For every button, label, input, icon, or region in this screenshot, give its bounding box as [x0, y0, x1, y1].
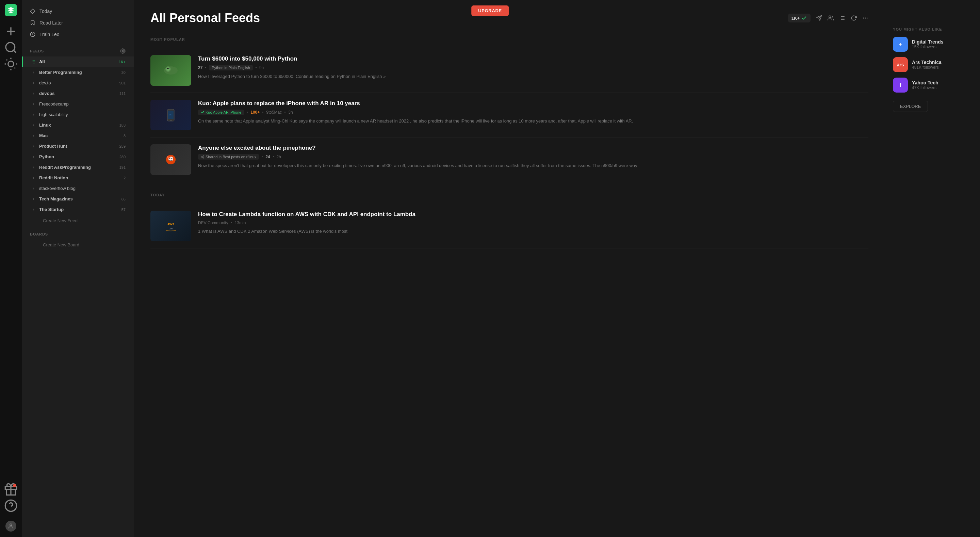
add-icon	[4, 24, 18, 38]
article-card[interactable]: Turn $6000 into $50,000 with Python 27 P…	[150, 48, 869, 93]
sidebar-feed-item[interactable]: Reddit AskProgramming 191	[22, 162, 134, 172]
help-button[interactable]	[4, 499, 18, 513]
suggestion-item[interactable]: + Digital Trends 15K followers	[893, 37, 972, 52]
chevron-right-icon	[31, 207, 36, 212]
settings-icon[interactable]	[120, 48, 126, 54]
trend-tag-text: Kuo Apple AR iPhone	[205, 110, 241, 114]
suggestion-name: Digital Trends	[912, 39, 943, 45]
discovery-button[interactable]	[4, 57, 18, 71]
suggestion-followers: 47K followers	[912, 85, 939, 90]
upgrade-button[interactable]: UPGRADE	[471, 5, 509, 16]
article-body: Anyone else excited about the pinephone?…	[198, 144, 869, 175]
svg-point-53	[201, 156, 202, 158]
search-button[interactable]	[4, 41, 18, 54]
sidebar-feed-item[interactable]: Product Hunt 259	[22, 141, 134, 151]
feed-count: 183	[119, 123, 126, 127]
article-thumbnail: AWS CDK	[150, 210, 191, 241]
article-excerpt: How I leveraged Python to turn $6000 to …	[198, 73, 869, 80]
suggestion-info: Yahoo Tech 47K followers	[912, 80, 939, 90]
sidebar-feed-item[interactable]: Mac 8	[22, 130, 134, 141]
feeds-list: All 1K+ Better Programming 20 dev.to 901…	[22, 56, 134, 215]
avatar-button[interactable]	[4, 519, 18, 533]
list-icon[interactable]	[839, 15, 845, 21]
refresh-icon[interactable]	[851, 15, 857, 21]
more-icon[interactable]	[862, 15, 869, 21]
sidebar-feed-item[interactable]: Linux 183	[22, 120, 134, 130]
suggestion-logo: +	[893, 37, 908, 52]
sidebar-item-today[interactable]: Today	[22, 5, 134, 17]
chevron-right-icon	[31, 165, 36, 170]
explore-button[interactable]: EXPLORE	[893, 101, 928, 112]
suggestion-followers: 481K followers	[912, 65, 942, 70]
chevron-right-icon	[31, 70, 36, 75]
sidebar-nav: Today Read Later Train Leo	[22, 0, 134, 43]
svg-rect-44	[170, 121, 172, 121]
share-icon	[201, 155, 204, 159]
feed-count: 2	[124, 176, 126, 180]
suggestion-name: Yahoo Tech	[912, 80, 939, 85]
chevron-right-icon	[31, 155, 36, 159]
svg-point-18	[122, 50, 124, 52]
sidebar-feed-item[interactable]: high scalability	[22, 109, 134, 120]
feed-name: Freecodecamp	[39, 101, 126, 107]
dot	[247, 112, 248, 113]
count-badge[interactable]: 1K+	[788, 14, 811, 22]
source: 9to5Mac	[266, 110, 282, 115]
svg-point-49	[169, 158, 170, 159]
feed-count: 111	[119, 92, 126, 96]
sidebar-feed-item[interactable]: Freecodecamp	[22, 99, 134, 109]
svg-point-50	[172, 158, 172, 159]
svg-line-7	[6, 59, 7, 60]
right-sidebar: YOU MIGHT ALSO LIKE + Digital Trends 15K…	[885, 0, 980, 537]
add-button[interactable]	[4, 24, 18, 38]
article-excerpt: 1 What is AWS and CDK 2 Amazon Web Servi…	[198, 228, 869, 235]
feed-name: Product Hunt	[39, 143, 117, 149]
sidebar-item-train-leo[interactable]: Train Leo	[22, 29, 134, 40]
suggestion-item[interactable]: f Yahoo Tech 47K followers	[893, 78, 972, 92]
page-title: All Personal Feeds	[150, 11, 260, 25]
diamond-icon	[30, 8, 35, 14]
svg-point-15	[10, 524, 12, 526]
source: DEV Community	[198, 220, 228, 225]
sidebar-feed-item[interactable]: stackoverflow blog	[22, 183, 134, 194]
suggestions-list: + Digital Trends 15K followers ars Ars T…	[893, 37, 972, 92]
sidebar-feed-item[interactable]: devops 111	[22, 88, 134, 99]
sidebar-feed-item[interactable]: The Startup 57	[22, 204, 134, 215]
article-card[interactable]: AR Kuo: Apple plans to replace the iPhon…	[150, 93, 869, 137]
team-icon[interactable]	[827, 15, 834, 21]
chevron-right-icon	[31, 175, 36, 180]
app-logo[interactable]	[5, 4, 17, 16]
help-icon	[4, 499, 18, 513]
create-feed-link[interactable]: Create New Feed	[22, 215, 134, 227]
suggestion-info: Digital Trends 15K followers	[912, 39, 943, 49]
user-avatar	[5, 521, 16, 532]
feed-name: devops	[39, 91, 117, 96]
suggestion-item[interactable]: ars Ars Technica 481K followers	[893, 57, 972, 72]
feed-name: Linux	[39, 123, 117, 127]
most-popular-label: MOST POPULAR	[150, 37, 869, 41]
share-tag: Shared in Best posts on r/linux	[198, 154, 259, 159]
feed-name: Mac	[39, 133, 121, 138]
feed-name: high scalability	[39, 112, 126, 117]
chevron-right-icon	[31, 197, 36, 201]
sidebar-feed-item[interactable]: Python 280	[22, 151, 134, 162]
gift-badge	[13, 484, 16, 487]
dot	[256, 67, 256, 68]
boards-label: BOARDS	[30, 232, 48, 236]
high-count: 100+	[250, 110, 259, 115]
user-icon	[8, 523, 14, 529]
sidebar-item-read-later[interactable]: Read Later	[22, 17, 134, 29]
create-board-link[interactable]: Create New Board	[22, 239, 134, 251]
gift-button[interactable]	[4, 483, 18, 496]
sidebar-feed-item[interactable]: Tech Magazines 86	[22, 194, 134, 204]
article-card[interactable]: AWS CDK How to Create Lambda function on…	[150, 204, 869, 249]
chevron-right-icon	[31, 123, 36, 127]
sidebar-feed-item[interactable]: Reddit Notion 2	[22, 172, 134, 183]
sidebar-feed-item[interactable]: Better Programming 20	[22, 67, 134, 78]
chevron-right-icon	[31, 112, 36, 117]
send-icon[interactable]	[816, 15, 822, 21]
sidebar-feed-item[interactable]: dev.to 901	[22, 78, 134, 88]
article-card[interactable]: Anyone else excited about the pinephone?…	[150, 137, 869, 182]
svg-point-36	[863, 18, 864, 18]
sidebar-feed-item[interactable]: All 1K+	[22, 56, 134, 67]
